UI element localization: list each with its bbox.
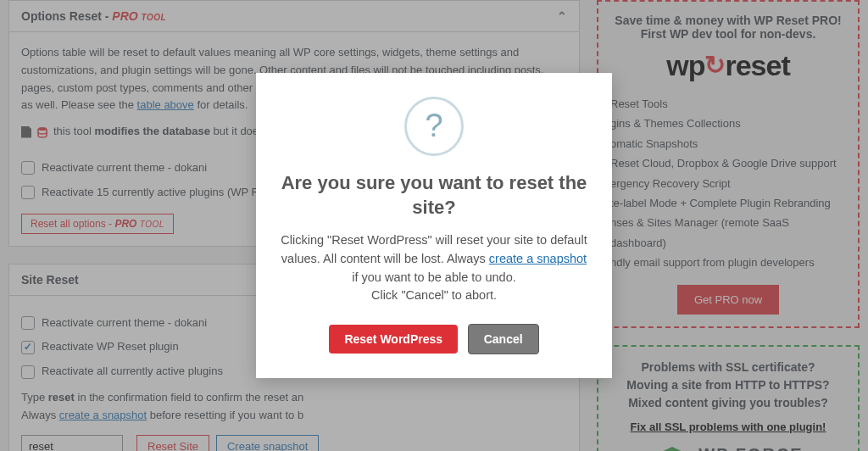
question-icon: ? (404, 97, 464, 156)
modal-body: Clicking "Reset WordPress" will reset yo… (278, 231, 590, 305)
modal-snapshot-link[interactable]: create a snapshot (489, 252, 587, 265)
modal-title: Are you sure you want to reset the site? (278, 171, 590, 220)
modal-overlay: ? Are you sure you want to reset the sit… (0, 0, 868, 451)
confirm-reset-modal: ? Are you sure you want to reset the sit… (256, 73, 612, 378)
cancel-button[interactable]: Cancel (468, 324, 539, 354)
reset-wordpress-button[interactable]: Reset WordPress (329, 325, 458, 354)
